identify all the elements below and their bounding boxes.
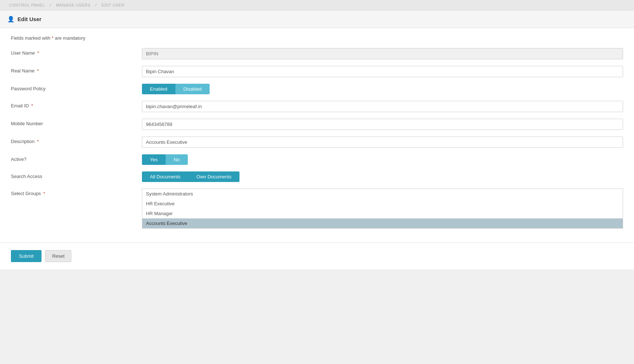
password-policy-disabled-btn[interactable]: Disabled [175, 84, 210, 94]
breadcrumb: CONTROL PANEL / MANAGE USERS / EDIT USER [0, 0, 634, 11]
email-row: Email ID * [11, 101, 623, 112]
password-policy-enabled-btn[interactable]: Enabled [142, 84, 175, 94]
active-yes-btn[interactable]: Yes [142, 154, 166, 165]
active-toggle: Yes No [142, 154, 188, 165]
active-no-btn[interactable]: No [166, 154, 188, 165]
search-access-row: Search Access All Documents Own Document… [11, 171, 623, 182]
page-header: 👤 Edit User [0, 11, 634, 28]
username-input[interactable] [142, 48, 623, 59]
search-access-label: Search Access [11, 171, 142, 179]
breadcrumb-item-edit-user: EDIT USER [102, 3, 124, 7]
realname-label: Real Name * [11, 66, 142, 74]
active-label: Active? [11, 154, 142, 162]
user-icon: 👤 [7, 16, 15, 23]
select-groups-label: Select Groups * [11, 189, 142, 196]
search-access-toggle: All Documents Own Documents [142, 171, 239, 182]
description-row: Description * [11, 136, 623, 148]
realname-row: Real Name * [11, 66, 623, 77]
realname-input[interactable] [142, 66, 623, 77]
description-input[interactable] [142, 136, 623, 148]
active-toggle-wrap: Yes No [142, 154, 623, 165]
groups-list[interactable]: System AdministratorsHR ExecutiveHR Mana… [142, 189, 623, 229]
description-label: Description * [11, 136, 142, 144]
username-input-wrap [142, 48, 623, 59]
password-policy-toggle-wrap: Enabled Disabled [142, 84, 623, 94]
mobile-input[interactable] [142, 119, 623, 130]
breadcrumb-separator: / [95, 3, 97, 7]
description-input-wrap [142, 136, 623, 148]
list-item[interactable]: Accounts Executive [142, 218, 623, 228]
password-policy-row: Password Policy Enabled Disabled [11, 84, 623, 94]
email-label: Email ID * [11, 101, 142, 108]
username-label: User Name * [11, 48, 142, 56]
page-title: Edit User [17, 16, 41, 22]
active-row: Active? Yes No [11, 154, 623, 165]
breadcrumb-item-control-panel[interactable]: CONTROL PANEL [9, 3, 45, 7]
mobile-input-wrap [142, 119, 623, 130]
password-policy-label: Password Policy [11, 84, 142, 91]
mobile-label: Mobile Number [11, 119, 142, 126]
password-policy-toggle: Enabled Disabled [142, 84, 210, 94]
search-access-all-btn[interactable]: All Documents [142, 171, 189, 182]
page-container: 👤 Edit User Fields marked with * are man… [0, 11, 634, 269]
list-item[interactable]: System Administrators [142, 189, 623, 199]
email-input[interactable] [142, 101, 623, 112]
email-input-wrap [142, 101, 623, 112]
select-groups-wrap: System AdministratorsHR ExecutiveHR Mana… [142, 189, 623, 229]
mobile-row: Mobile Number [11, 119, 623, 130]
breadcrumb-item-manage-users[interactable]: MANAGE USERS [56, 3, 91, 7]
submit-button[interactable]: Submit [11, 250, 41, 262]
list-item[interactable]: Legal Executive [142, 228, 623, 229]
reset-button[interactable]: Reset [45, 250, 71, 262]
form-container: Fields marked with * are mandatory User … [0, 28, 634, 242]
realname-input-wrap [142, 66, 623, 77]
form-footer: Submit Reset [0, 242, 634, 269]
breadcrumb-separator: / [50, 3, 51, 7]
search-access-own-btn[interactable]: Own Documents [189, 171, 239, 182]
username-row: User Name * [11, 48, 623, 59]
list-item[interactable]: HR Manager [142, 209, 623, 218]
select-groups-row: Select Groups * System AdministratorsHR … [11, 189, 623, 229]
search-access-toggle-wrap: All Documents Own Documents [142, 171, 623, 182]
list-item[interactable]: HR Executive [142, 199, 623, 209]
mandatory-note: Fields marked with * are mandatory [11, 35, 623, 41]
